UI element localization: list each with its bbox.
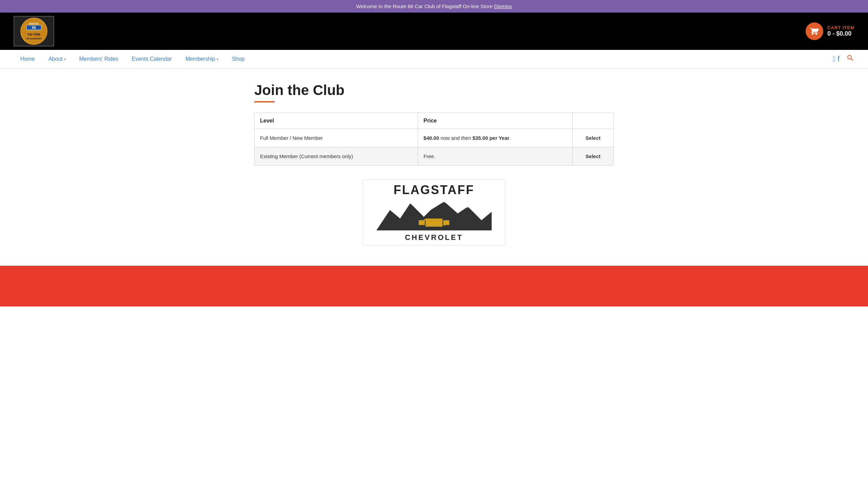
cart-area: CART ITEM 0 - $0.00 <box>806 22 854 40</box>
svg-rect-11 <box>426 219 442 227</box>
svg-rect-12 <box>419 220 425 225</box>
mountain-area <box>376 200 492 230</box>
dismiss-link[interactable]: Dismiss <box>494 3 512 9</box>
table-row: Full Member / New Member $40.00 now and … <box>255 129 614 147</box>
col-level: Level <box>255 113 418 129</box>
nav-membership[interactable]: Membership ▾ <box>179 50 225 68</box>
page-title: Join the Club <box>254 82 614 98</box>
row1-price-middle: now and then <box>439 135 472 141</box>
sponsor-area: FLAGSTAFF <box>254 179 614 245</box>
sponsor-line1: FLAGSTAFF <box>394 183 474 197</box>
footer-red <box>0 266 868 306</box>
row1-level: Full Member / New Member <box>255 129 418 147</box>
nav-right:  f <box>833 54 854 64</box>
sponsor-box: FLAGSTAFF <box>363 179 505 245</box>
svg-rect-14 <box>425 220 426 225</box>
nav-about-arrow: ▾ <box>64 57 66 61</box>
row2-price: Free. <box>418 147 573 166</box>
nav-shop[interactable]: Shop <box>225 50 251 68</box>
cart-button[interactable] <box>806 22 823 40</box>
nav-about[interactable]: About ▾ <box>42 50 73 68</box>
cart-info: CART ITEM 0 - $0.00 <box>827 25 854 37</box>
nav-bar: Home About ▾ Members' Rides Events Calen… <box>0 50 868 69</box>
nav-membership-label: Membership <box>185 56 215 62</box>
sponsor-line2: CHEVROLET <box>405 233 463 242</box>
svg-text:ROUTE: ROUTE <box>29 22 39 25</box>
cart-label: CART ITEM <box>827 25 854 30</box>
nav-events-calendar[interactable]: Events Calendar <box>125 50 179 68</box>
title-underline <box>254 101 275 102</box>
search-icon[interactable] <box>846 54 854 64</box>
nav-home[interactable]: Home <box>14 50 42 68</box>
row1-price-end: $35.00 per Year <box>472 135 509 141</box>
nav-events-calendar-label: Events Calendar <box>132 56 172 62</box>
nav-links: Home About ▾ Members' Rides Events Calen… <box>14 50 251 68</box>
svg-rect-13 <box>443 220 449 225</box>
logo-area: ROUTE 66 Car Club OF FLAGSTAFF <box>14 16 54 46</box>
nav-members-rides-label: Members' Rides <box>79 56 118 62</box>
logo-image: ROUTE 66 Car Club OF FLAGSTAFF <box>20 18 47 45</box>
main-content: Join the Club Level Price Full Member / … <box>248 69 620 266</box>
col-price: Price <box>418 113 573 129</box>
col-action <box>572 113 613 129</box>
row1-price-start: $40.00 <box>423 135 439 141</box>
svg-text:OF FLAGSTAFF: OF FLAGSTAFF <box>26 38 42 40</box>
header: ROUTE 66 Car Club OF FLAGSTAFF CART ITEM… <box>0 13 868 50</box>
row1-price-suffix: . <box>509 135 511 141</box>
table-row: Existing Member (Current members only) F… <box>255 147 614 166</box>
row2-action-cell: Select <box>572 147 613 166</box>
nav-members-rides[interactable]: Members' Rides <box>73 50 125 68</box>
nav-about-label: About <box>48 56 63 62</box>
cart-count: 0 - $0.00 <box>827 30 854 37</box>
nav-shop-label: Shop <box>232 56 244 62</box>
svg-rect-15 <box>442 220 443 225</box>
select-existing-member-button[interactable]: Select <box>578 152 608 161</box>
membership-table: Level Price Full Member / New Member $40… <box>254 113 614 166</box>
svg-text:Car Club: Car Club <box>27 33 40 36</box>
nav-membership-arrow: ▾ <box>217 57 218 61</box>
logo-box: ROUTE 66 Car Club OF FLAGSTAFF <box>14 16 54 46</box>
select-full-member-button[interactable]: Select <box>578 134 608 142</box>
row1-price: $40.00 now and then $35.00 per Year. <box>418 129 573 147</box>
top-banner: Welcome to the Route 66 Car Club of Flag… <box>0 0 868 13</box>
banner-message: Welcome to the Route 66 Car Club of Flag… <box>356 3 493 9</box>
nav-home-label: Home <box>20 56 35 62</box>
row2-level: Existing Member (Current members only) <box>255 147 418 166</box>
row1-action-cell: Select <box>572 129 613 147</box>
facebook-icon[interactable]:  f <box>833 55 840 63</box>
svg-text:66: 66 <box>32 25 36 30</box>
